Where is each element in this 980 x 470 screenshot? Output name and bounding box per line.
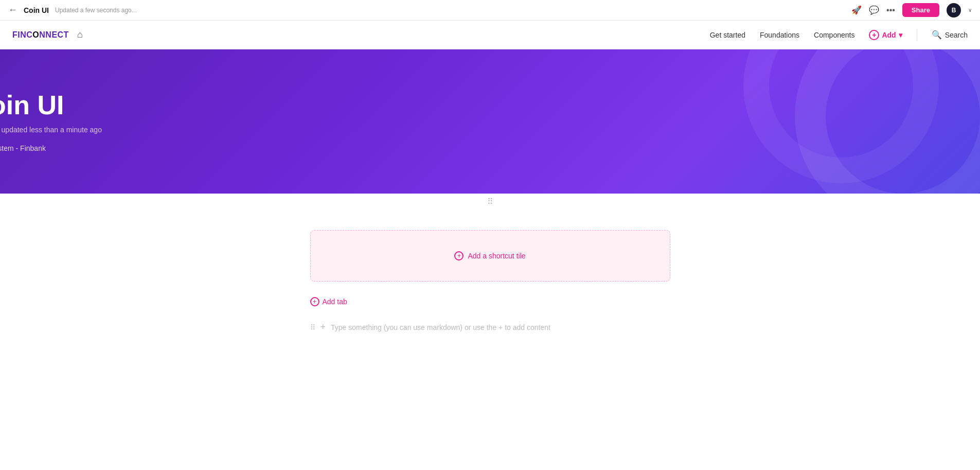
rocket-icon[interactable]: 🚀 (851, 5, 862, 15)
nav-right: Get started Foundations Components + Add… (710, 29, 968, 41)
add-tab-plus-icon: + (310, 297, 319, 306)
nav-divider (917, 29, 917, 41)
hero-title: oin UI (0, 91, 102, 120)
system-bar-left: ← Coin UI Updated a few seconds ago... (8, 5, 137, 15)
comment-icon[interactable]: 💬 (869, 5, 879, 15)
shortcut-section: + Add a shortcut tile (310, 230, 670, 282)
add-tab-label: Add tab (323, 298, 347, 306)
editor-placeholder[interactable]: Type something (you can use markdown) or… (331, 323, 670, 332)
add-chevron-icon: ▾ (899, 31, 902, 39)
main-content: + Add a shortcut tile + Add tab ⠿ + Type… (0, 210, 980, 467)
logo[interactable]: FINCONNECT (12, 30, 69, 40)
add-tab-section: + Add tab (310, 292, 670, 311)
shortcut-tile[interactable]: + Add a shortcut tile (310, 230, 670, 282)
system-bar-right: 🚀 💬 ••• Share B ∨ (851, 3, 972, 18)
doc-updated: Updated a few seconds ago... (55, 7, 137, 14)
hero-subtitle: ide updated less than a minute ago (0, 126, 102, 134)
nav-get-started[interactable]: Get started (710, 31, 745, 39)
avatar[interactable]: B (947, 3, 961, 18)
nav-foundations[interactable]: Foundations (760, 31, 799, 39)
avatar-chevron-icon[interactable]: ∨ (968, 7, 972, 13)
editor-drag-handle-icon[interactable]: ⠿ (310, 323, 315, 332)
nav-bar: FINCONNECT ⌂ Get started Foundations Com… (0, 21, 980, 49)
share-button[interactable]: Share (902, 3, 939, 17)
search-button[interactable]: 🔍 Search (932, 30, 968, 40)
hero-content: oin UI ide updated less than a minute ag… (0, 70, 102, 172)
shortcut-tile-label: Add a shortcut tile (468, 252, 525, 260)
editor-add-content-button[interactable]: + (320, 322, 326, 333)
doc-title: Coin UI (24, 6, 49, 14)
system-bar: ← Coin UI Updated a few seconds ago... 🚀… (0, 0, 980, 21)
shortcut-plus-icon: + (454, 251, 464, 260)
shortcut-tile-inner: + Add a shortcut tile (454, 251, 525, 260)
nav-left: FINCONNECT ⌂ (12, 29, 83, 40)
nav-components[interactable]: Components (814, 31, 854, 39)
drag-handle[interactable]: ⠿ (0, 194, 980, 210)
hero-meta: System - Finbank (0, 144, 102, 152)
search-icon: 🔍 (932, 30, 942, 40)
add-plus-circle-icon: + (869, 30, 879, 40)
home-icon[interactable]: ⌂ (77, 29, 83, 40)
editor-row: ⠿ + Type something (you can use markdown… (310, 322, 670, 333)
add-button[interactable]: + Add ▾ (869, 30, 902, 40)
add-label: Add (882, 31, 896, 39)
more-options-icon[interactable]: ••• (886, 6, 895, 15)
add-tab-button[interactable]: + Add tab (310, 297, 347, 306)
back-button[interactable]: ← (8, 5, 17, 15)
search-label: Search (945, 31, 968, 39)
hero-banner: oin UI ide updated less than a minute ag… (0, 49, 980, 194)
